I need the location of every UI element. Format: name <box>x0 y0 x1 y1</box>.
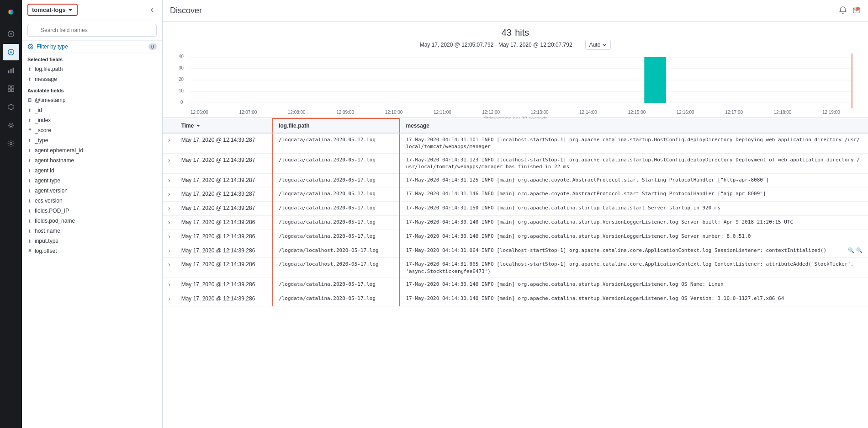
home-icon[interactable] <box>3 26 19 42</box>
message-cell: 17-May-2020 04:14:31.125 INFO [main] org… <box>400 173 868 187</box>
elastic-logo[interactable] <box>3 4 19 20</box>
svg-rect-31 <box>644 57 666 103</box>
expand-row-button[interactable]: › <box>168 136 170 144</box>
time-cell: May 17, 2020 @ 12:14:39.286 <box>176 230 273 244</box>
field-name: agent.hostname <box>35 157 74 164</box>
time-range-bar: May 17, 2020 @ 12:05:07.792 - May 17, 20… <box>170 40 861 50</box>
field-fields-pod-name[interactable]: t fields.pod_name <box>22 216 162 226</box>
expand-row-button[interactable]: › <box>168 261 170 268</box>
field-input-type[interactable]: t input.type <box>22 236 162 246</box>
log-file-path-col-header[interactable]: log.file.path <box>273 118 400 133</box>
x-label: 12:07:00 <box>239 110 257 115</box>
time-col-header[interactable]: Time <box>176 118 273 133</box>
row-expand-cell: › <box>163 133 176 153</box>
log-path-cell: /logdata/catalina.2020-05-17.log <box>273 215 400 230</box>
field-type-t-icon: t <box>27 198 32 203</box>
time-cell: May 17, 2020 @ 12:14:39.287 <box>176 202 273 216</box>
settings-icon[interactable] <box>3 135 19 152</box>
index-selector[interactable]: tomcat-logs <box>27 4 78 16</box>
field-type-t-icon: t <box>27 158 32 163</box>
log-path-cell: /logdata/catalina.2020-05-17.log <box>273 230 400 244</box>
table-row: ›May 17, 2020 @ 12:14:39.287/logdata/cat… <box>163 187 868 202</box>
time-cell: May 17, 2020 @ 12:14:39.287 <box>176 153 273 173</box>
field-type-t-icon: t <box>27 229 32 234</box>
field-type-t-icon: t <box>27 178 32 183</box>
time-cell: May 17, 2020 @ 12:14:39.287 <box>176 173 273 187</box>
hits-count: 43 <box>502 27 512 37</box>
x-label: 12:11:00 <box>434 110 451 115</box>
search-field-input[interactable] <box>27 24 157 37</box>
time-cell: May 17, 2020 @ 12:14:39.287 <box>176 133 273 153</box>
notifications-wrapper <box>839 6 847 16</box>
table-row: ›May 17, 2020 @ 12:14:39.287/logdata/cat… <box>163 153 868 173</box>
field-name: message <box>35 76 57 82</box>
expand-row-button[interactable]: › <box>168 177 170 184</box>
x-label: 12:08:00 <box>288 110 306 115</box>
expand-row-button[interactable]: › <box>168 281 170 288</box>
separator: — <box>576 42 582 48</box>
field-ecs-version[interactable]: t ecs.version <box>22 196 162 206</box>
field-agent-type[interactable]: t agent.type <box>22 176 162 186</box>
field-agent-ephemeral-id[interactable]: t agent.ephemeral_id <box>22 145 162 155</box>
field-type-t-icon: t <box>27 138 32 143</box>
message-cell: 17-May-2020 04:14:31.065 INFO [localhost… <box>400 258 868 278</box>
time-cell: May 17, 2020 @ 12:14:39.286 <box>176 244 273 258</box>
canvas-icon[interactable] <box>3 99 19 115</box>
field-index[interactable]: t _index <box>22 115 162 125</box>
field-name: agent.id <box>35 167 54 174</box>
expand-row-button[interactable]: › <box>168 233 170 240</box>
field-id[interactable]: t _id <box>22 105 162 115</box>
field-log-offset[interactable]: # log.offset <box>22 246 162 256</box>
field-fields-pod-ip[interactable]: t fields.POD_IP <box>22 206 162 216</box>
expand-row-button[interactable]: › <box>168 247 170 254</box>
results-table-container: Time log.file.path message ›May 17, 2020… <box>163 118 868 428</box>
filter-by-type-row: Filter by type 0 <box>22 41 162 53</box>
field-agent-id[interactable]: t agent.id <box>22 166 162 176</box>
field-name: @timestamp <box>35 97 66 103</box>
dashboard-icon[interactable] <box>3 80 19 97</box>
selected-field-message[interactable]: t message <box>22 74 162 84</box>
expand-row-button[interactable]: › <box>168 156 170 164</box>
selected-field-log-file-path[interactable]: t log.file.path <box>22 64 162 74</box>
svg-text:40: 40 <box>179 54 184 59</box>
expand-row-button[interactable]: › <box>168 204 170 212</box>
table-row: ›May 17, 2020 @ 12:14:39.286/logdata/cat… <box>163 215 868 230</box>
expand-row-button[interactable]: › <box>168 190 170 198</box>
discover-icon[interactable] <box>3 44 19 60</box>
table-row: ›May 17, 2020 @ 12:14:39.286/logdata/cat… <box>163 278 868 292</box>
field-name: ecs.version <box>35 198 63 204</box>
filter-by-type-button[interactable]: Filter by type <box>27 43 68 50</box>
field-timestamp[interactable]: 🗓 @timestamp <box>22 95 162 105</box>
svg-rect-13 <box>11 89 14 91</box>
x-label: 12:09:00 <box>336 110 354 115</box>
table-row: ›May 17, 2020 @ 12:14:39.287/logdata/cat… <box>163 202 868 216</box>
expand-row-button[interactable]: › <box>168 219 170 226</box>
x-label: 12:12:00 <box>482 110 500 115</box>
field-agent-version[interactable]: t agent.version <box>22 186 162 196</box>
svg-text:0: 0 <box>180 100 183 105</box>
field-host-name[interactable]: t host.name <box>22 226 162 236</box>
message-col-header[interactable]: message <box>400 118 868 133</box>
zoom-in-icon[interactable]: 🔍 <box>848 247 854 254</box>
field-name: fields.pod_name <box>35 218 75 224</box>
notifications-icon[interactable] <box>839 9 847 16</box>
ml-icon[interactable] <box>3 117 19 134</box>
table-row: ›May 17, 2020 @ 12:14:39.286/logdata/cat… <box>163 292 868 306</box>
log-path-cell: /logdata/catalina.2020-05-17.log <box>273 133 400 153</box>
field-type[interactable]: t _type <box>22 135 162 145</box>
svg-point-18 <box>28 44 33 49</box>
field-agent-hostname[interactable]: t agent.hostname <box>22 155 162 166</box>
zoom-out-icon[interactable]: 🔍 <box>856 247 863 254</box>
sidebar: tomcat-logs Filter by type 0 Selected fi… <box>22 0 163 428</box>
visualize-icon[interactable] <box>3 62 19 79</box>
hits-label: hits <box>515 27 529 37</box>
field-name: input.type <box>35 238 58 244</box>
field-score[interactable]: # _score <box>22 125 162 135</box>
expand-row-button[interactable]: › <box>168 295 170 302</box>
mail-wrapper <box>852 6 861 16</box>
collapse-sidebar-button[interactable] <box>148 5 157 15</box>
svg-point-19 <box>30 46 32 48</box>
svg-point-3 <box>11 10 14 14</box>
auto-interval-select[interactable]: Auto <box>585 40 611 50</box>
svg-rect-7 <box>8 70 10 73</box>
